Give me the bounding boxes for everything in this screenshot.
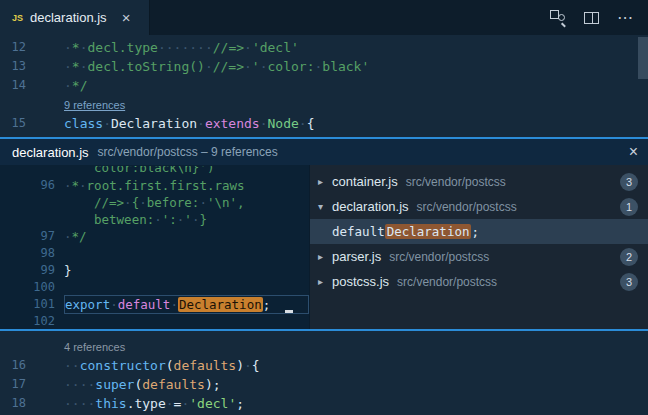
split-editor-icon[interactable]	[584, 12, 599, 24]
line-number: 13	[0, 57, 26, 76]
code-line: color:black\n}')	[0, 166, 309, 177]
line-number: 100	[0, 279, 55, 296]
tab-close-icon[interactable]: ×	[122, 9, 131, 26]
line-number: 97	[0, 228, 55, 245]
line-content: export·default·Declaration;	[64, 295, 309, 314]
peek-header: declaration.js src/vendor/postcss – 9 re…	[0, 139, 648, 165]
line-content: ·*·decl.toString()·//=>·'·color:·black'	[64, 57, 648, 76]
line-content: ·*/	[64, 228, 309, 245]
token-ws: ·	[139, 195, 147, 210]
token-ws: ·	[299, 116, 307, 131]
reference-count-badge: 1	[620, 198, 638, 216]
reference-file-name: postcss.js	[332, 274, 389, 289]
token-com: decl.toString()	[87, 59, 204, 74]
reference-file-row[interactable]: ▸container.jssrc/vendor/postcss3	[310, 169, 648, 194]
token-kwb: export	[65, 297, 110, 312]
code-line: 13·*·decl.toString()·//=>·'·color:·black…	[0, 57, 648, 76]
token-plain: {	[307, 116, 315, 131]
reference-file-row[interactable]: ▸postcss.jssrc/vendor/postcss3	[310, 269, 648, 294]
token-ws: ·	[260, 116, 268, 131]
token-plain: ;	[236, 396, 244, 411]
more-actions-icon[interactable]: ⋯	[617, 13, 634, 23]
code-line: //=>·{·before:·'\n',	[0, 194, 309, 211]
peek-body: color:black\n}')96·*·root.first.first.ra…	[0, 165, 648, 329]
token-ws: ·	[79, 178, 87, 193]
token-com: color:	[268, 59, 315, 74]
line-content: 4 references	[64, 337, 648, 356]
token-ws: ·······	[158, 40, 213, 55]
line-number	[0, 211, 55, 228]
token-ws: ·	[64, 59, 72, 74]
peek-references-widget: declaration.js src/vendor/postcss – 9 re…	[0, 137, 648, 331]
line-content	[64, 279, 309, 296]
peek-code-editor[interactable]: color:black\n}')96·*·root.first.first.ra…	[0, 165, 310, 329]
code-line: 17····super(defaults);	[0, 375, 648, 394]
reference-snippet-after: ;	[471, 224, 479, 239]
tab-bar: JS declaration.js × ⋯	[0, 0, 648, 35]
token-com: black'	[322, 59, 369, 74]
line-content: ··constructor(defaults)·{	[64, 356, 648, 375]
editor-bottom-section[interactable]: 4 references16··constructor(defaults)·{1…	[0, 331, 648, 415]
code-line: 14·*/	[0, 76, 648, 95]
code-line: 98	[0, 245, 309, 262]
reference-file-row[interactable]: ▾declaration.jssrc/vendor/postcss1	[310, 194, 648, 219]
gutter-margin	[26, 337, 64, 356]
chevron-right-icon[interactable]: ▸	[318, 276, 332, 287]
codelens-references-link[interactable]: 9 references	[64, 99, 125, 111]
line-number: 15	[0, 114, 26, 133]
reference-file-name: parser.js	[332, 249, 381, 264]
token-ws: ·	[244, 40, 252, 55]
reference-file-row[interactable]: ▸parser.jssrc/vendor/postcss2	[310, 244, 648, 269]
reference-snippet-before: default	[332, 224, 385, 239]
reference-file-name: declaration.js	[332, 199, 409, 214]
token-ws: ·	[244, 59, 252, 74]
gutter-margin	[26, 394, 64, 413]
token-plain: (	[166, 358, 174, 373]
lens-shape	[558, 14, 565, 21]
token-ws: ·	[205, 59, 213, 74]
line-number: 96	[0, 177, 55, 194]
token-ws: ·	[64, 40, 72, 55]
code-line: 15class·Declaration·extends·Node·{	[0, 114, 648, 133]
token-ws: ·	[154, 212, 162, 227]
token-com: }	[199, 212, 207, 227]
line-number: 99	[0, 262, 55, 279]
vscode-window: JS declaration.js × ⋯ 12·*·decl.type····…	[0, 0, 648, 415]
editor-top-section[interactable]: 12·*·decl.type·······//=>·'decl'13·*·dec…	[0, 35, 648, 137]
reference-match-highlight: Declaration	[385, 224, 472, 239]
reference-count-badge: 3	[620, 173, 638, 191]
token-com: '	[252, 59, 260, 74]
editor-actions: ⋯	[550, 0, 648, 35]
peek-close-icon[interactable]: ×	[629, 143, 638, 161]
gutter-margin	[55, 177, 64, 194]
chevron-down-icon[interactable]: ▾	[318, 201, 332, 212]
codelens-references-link[interactable]: 4 references	[64, 341, 125, 353]
token-plain: .type	[127, 396, 166, 411]
token-ws: ·	[260, 59, 268, 74]
token-param: defaults	[174, 358, 237, 373]
tab-declaration-js[interactable]: JS declaration.js ×	[0, 0, 150, 35]
line-content: ·*·root.first.first.raws	[64, 177, 309, 194]
chevron-right-icon[interactable]: ▸	[318, 176, 332, 187]
reference-file-path: src/vendor/postcss	[389, 250, 489, 264]
line-content: //=>·{·before:·'\n',	[64, 194, 309, 211]
token-com: */	[72, 229, 87, 244]
chevron-right-icon[interactable]: ▸	[318, 251, 332, 262]
line-number	[0, 337, 26, 356]
open-preview-icon[interactable]	[550, 10, 566, 26]
line-content	[64, 245, 309, 262]
reference-item-row[interactable]: default Declaration;	[310, 219, 648, 244]
line-number: 16	[0, 356, 26, 375]
tab-title: declaration.js	[30, 10, 107, 25]
token-kw: default	[118, 297, 171, 312]
line-content: 9 references	[64, 95, 648, 114]
gutter-margin	[26, 356, 64, 375]
match-highlight: Declaration	[178, 297, 263, 312]
token-com: color:black\n}')	[94, 166, 214, 175]
token-com: '	[184, 212, 192, 227]
token-ws: ·	[166, 396, 174, 411]
token-ws: ·	[110, 297, 118, 312]
token-com: '\n',	[207, 195, 245, 210]
line-content	[64, 313, 309, 329]
code-line: 99}	[0, 262, 309, 279]
